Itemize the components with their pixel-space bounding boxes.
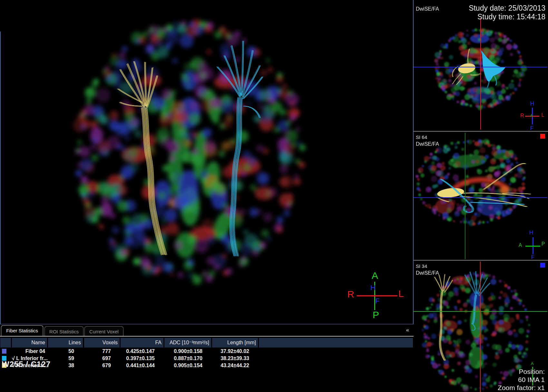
zoom-factor-label: Zoom factor: x1: [498, 384, 545, 392]
fiber-length: 43.24±44.22: [212, 362, 258, 369]
fiber-lines: 50: [48, 348, 83, 355]
fiber-fa: 0.397±0.135: [121, 355, 163, 362]
coronal-viewport[interactable]: [414, 0, 548, 131]
panel-divider-1: [414, 131, 548, 132]
position-label: Position:: [498, 368, 545, 376]
main-axial-viewport[interactable]: [0, 0, 413, 324]
fiber-lines: 59: [48, 355, 83, 362]
panel-divider-2: [414, 260, 548, 261]
window-level-overlay: W255 / C127: [2, 360, 51, 369]
fiber-length: 37.92±40.02: [212, 348, 258, 355]
header-cell-trailing: [259, 338, 413, 348]
sagittal-viewport[interactable]: [414, 132, 548, 260]
tab-roi-statistics[interactable]: ROI Statistics: [44, 326, 83, 336]
header-cell-swatch: [0, 338, 11, 348]
header-cell-lines: Lines: [48, 338, 83, 348]
fiber-row[interactable]: Fiber 04507770.425±0.1470.900±0.15837.92…: [0, 348, 290, 355]
tab-current-voxel[interactable]: Current Voxel: [84, 326, 123, 336]
main-left-border: [0, 32, 1, 324]
fiber-fa: 0.425±0.147: [121, 348, 163, 355]
position-info: Position: 60 IMA 1 Zoom factor: x1: [498, 368, 545, 392]
fiber-lines: 38: [48, 362, 83, 369]
header-cell-name: Name: [12, 338, 47, 348]
fiber-fa: 0.441±0.144: [121, 362, 163, 369]
position-value: 60 IMA 1: [498, 376, 545, 384]
fiber-name[interactable]: Fiber 04: [12, 348, 47, 355]
fiber-adc: 0.900±0.158: [164, 348, 211, 355]
fiber-color-swatch[interactable]: [2, 349, 6, 354]
stats-panel: Fiber StatisticsROI StatisticsCurrent Vo…: [0, 324, 414, 392]
fiber-length: 38.23±39.33: [212, 355, 258, 362]
fiber-voxels: 679: [84, 362, 120, 369]
header-cell-adc: ADC [10⁻³mm²/s]: [164, 338, 211, 348]
header-cell-fa: FA: [121, 338, 163, 348]
tab-fiber-statistics[interactable]: Fiber Statistics: [1, 325, 43, 336]
table-header-row: NameLinesVoxelsFAADC [10⁻³mm²/s]Length […: [0, 338, 414, 348]
tab-baseline: [0, 336, 414, 337]
fiber-voxels: 697: [84, 355, 120, 362]
dti-fibertrak-app: { "study": { "date": "Study date: 25/03/…: [0, 0, 548, 392]
header-cell-voxels: Voxels: [84, 338, 120, 348]
fiber-adc: 0.887±0.170: [164, 355, 211, 362]
stats-tab-bar: Fiber StatisticsROI StatisticsCurrent Vo…: [0, 325, 414, 336]
fiber-adc: 0.905±0.154: [164, 362, 211, 369]
collapse-panel-button[interactable]: «: [406, 327, 409, 333]
header-cell-length: Length [mm]: [212, 338, 258, 348]
fiber-voxels: 777: [84, 348, 120, 355]
